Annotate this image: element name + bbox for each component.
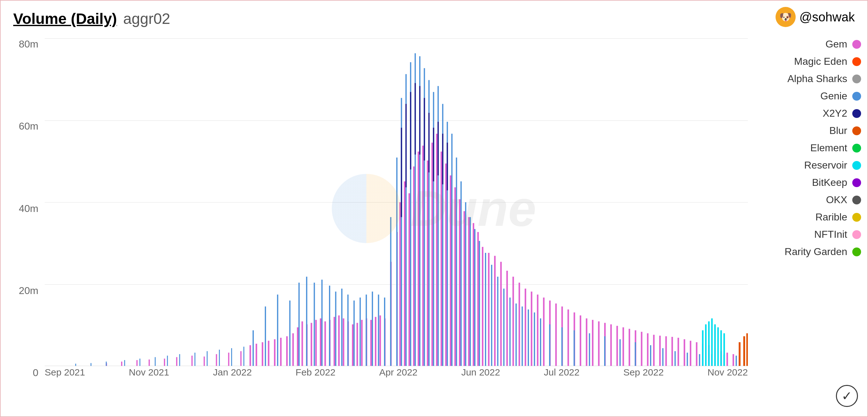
svg-rect-85 (641, 332, 643, 366)
svg-rect-129 (366, 295, 367, 366)
chart-area: 80m 60m 40m 20m 0 (13, 38, 748, 379)
svg-rect-112 (219, 350, 220, 366)
x-label-nov2021: Nov 2021 (129, 367, 169, 378)
x-label-feb2022: Feb 2022 (296, 367, 336, 378)
svg-rect-107 (155, 357, 156, 366)
legend-item-genie: Genie (754, 90, 861, 102)
user-avatar: 🐶 (776, 7, 796, 27)
svg-rect-99 (726, 353, 728, 366)
svg-rect-123 (329, 286, 330, 366)
svg-rect-18 (292, 333, 294, 366)
legend-item-gem: Gem (754, 38, 861, 50)
svg-rect-133 (390, 217, 392, 366)
svg-rect-197 (739, 342, 741, 366)
x-label-apr2022: Apr 2022 (379, 367, 417, 378)
svg-rect-49 (436, 134, 437, 366)
svg-rect-54 (459, 199, 460, 366)
legend-label-rarible: Rarible (815, 211, 847, 223)
svg-rect-100 (733, 354, 734, 366)
svg-rect-62 (500, 262, 502, 366)
svg-rect-1 (121, 362, 122, 366)
svg-rect-76 (586, 318, 587, 366)
x-label-jan2022: Jan 2022 (213, 367, 252, 378)
svg-rect-110 (194, 353, 195, 366)
y-axis: 80m 60m 40m 20m 0 (13, 38, 45, 379)
svg-rect-199 (746, 333, 748, 366)
svg-rect-50 (441, 152, 442, 366)
svg-rect-17 (286, 336, 288, 366)
svg-rect-186 (437, 122, 439, 175)
svg-rect-41 (399, 202, 401, 366)
svg-rect-189 (702, 330, 704, 366)
svg-rect-184 (428, 113, 430, 172)
svg-rect-191 (708, 321, 710, 366)
svg-rect-23 (315, 320, 317, 366)
svg-rect-37 (380, 315, 381, 366)
svg-rect-46 (422, 146, 424, 366)
svg-rect-198 (743, 336, 745, 366)
svg-rect-53 (455, 187, 456, 366)
legend-item-element: Element (754, 142, 861, 154)
svg-rect-165 (574, 330, 575, 366)
svg-rect-117 (277, 295, 278, 366)
svg-rect-127 (353, 301, 355, 366)
svg-rect-69 (543, 297, 545, 366)
svg-rect-93 (690, 341, 691, 366)
svg-rect-29 (343, 318, 344, 366)
gem-bars (106, 134, 740, 366)
x-label-jun2022: Jun 2022 (461, 367, 500, 378)
svg-rect-182 (419, 86, 421, 155)
svg-rect-68 (537, 295, 538, 366)
svg-rect-31 (352, 324, 353, 366)
legend-label-blur: Blur (829, 125, 847, 136)
bars-area (45, 38, 748, 366)
svg-rect-91 (677, 338, 679, 366)
svg-rect-6 (191, 356, 193, 366)
x-axis: Sep 2021 Nov 2021 Jan 2022 Feb 2022 Apr … (45, 366, 748, 379)
svg-rect-27 (334, 317, 335, 366)
y-label-80m: 80m (13, 38, 45, 50)
legend-label-nftinit: NFTInit (814, 229, 847, 240)
svg-rect-167 (604, 336, 606, 366)
svg-rect-4 (164, 358, 165, 366)
legend-item-bitkeep: BitKeep (754, 177, 861, 188)
svg-rect-104 (106, 362, 106, 366)
svg-rect-28 (338, 315, 340, 366)
svg-rect-124 (335, 291, 337, 366)
legend-item-magic-eden: Magic Eden (754, 56, 861, 67)
legend-item-blur: Blur (754, 125, 861, 136)
svg-rect-160 (528, 310, 529, 366)
svg-rect-19 (297, 327, 299, 366)
svg-rect-75 (580, 315, 581, 366)
svg-rect-81 (616, 326, 618, 366)
svg-rect-168 (620, 339, 621, 366)
x-label-sep2021: Sep 2021 (45, 367, 85, 378)
svg-rect-60 (488, 253, 490, 366)
svg-rect-193 (714, 324, 716, 366)
legend-dot-alpha-sharks (852, 74, 861, 83)
svg-rect-16 (280, 338, 282, 366)
svg-rect-63 (506, 271, 508, 366)
svg-rect-126 (347, 295, 348, 366)
svg-rect-116 (265, 307, 266, 366)
svg-rect-180 (410, 92, 411, 169)
svg-rect-149 (465, 202, 466, 366)
svg-rect-82 (622, 327, 624, 366)
svg-rect-105 (124, 360, 125, 366)
svg-rect-71 (555, 303, 557, 366)
legend-item-reservoir: Reservoir (754, 159, 861, 171)
svg-rect-55 (464, 211, 465, 366)
svg-rect-131 (378, 295, 379, 366)
legend-label-element: Element (810, 142, 847, 154)
x-label-sep2022: Sep 2022 (623, 367, 663, 378)
svg-rect-32 (356, 323, 358, 366)
svg-rect-181 (414, 83, 416, 154)
legend-label-okx: OKX (826, 194, 847, 206)
svg-rect-179 (405, 104, 407, 187)
legend-dot-reservoir (852, 161, 861, 170)
svg-rect-147 (456, 158, 457, 366)
svg-rect-48 (432, 143, 433, 366)
legend-dot-gem (852, 40, 861, 49)
legend-item-nftinit: NFTInit (754, 229, 861, 240)
svg-rect-13 (262, 342, 263, 366)
